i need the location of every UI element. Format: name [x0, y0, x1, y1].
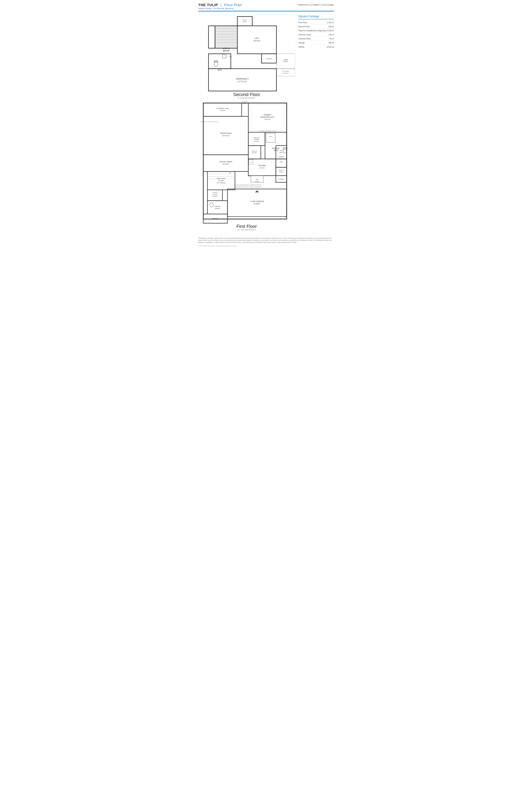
- svg-text:CLOSET: CLOSET: [254, 139, 260, 140]
- floor-plans: MECH SPACE LOFT 20'2"X13' OPEN TO BELOW: [198, 15, 295, 231]
- svg-text:OPTIONAL COFFERED CEILING: OPTIONAL COFFERED CEILING: [259, 130, 276, 132]
- svg-text:5'4"X5': 5'4"X5': [254, 141, 259, 142]
- svg-text:OPTIONAL: OPTIONAL: [242, 101, 248, 102]
- svg-text:REF: REF: [256, 178, 258, 180]
- sq-footage-row: Covered Entry81 sf: [298, 37, 334, 41]
- svg-text:WALK-IN: WALK-IN: [252, 150, 257, 152]
- sq-footage-row: Second Floor620 sf: [298, 25, 334, 29]
- svg-rect-64: [203, 155, 248, 171]
- svg-text:DW: DW: [250, 162, 252, 163]
- svg-text:16'1"X14': 16'1"X14': [264, 118, 271, 120]
- disclaimer: Photographs, renderings, and floor plans…: [193, 234, 339, 245]
- sq-value: 456 sf: [328, 42, 334, 44]
- first-floor-plan: COVERED LANAI 17'9"X9' OPTIONAL DOOR PRI…: [198, 100, 295, 225]
- svg-text:20'2"X13': 20'2"X13': [253, 40, 260, 42]
- sq-value: 2,727 sf: [327, 46, 334, 48]
- svg-text:2-CAR GARAGE: 2-CAR GARAGE: [250, 201, 264, 202]
- svg-rect-28: [223, 55, 226, 58]
- header-left: THE TULIP | Floor Plan TRADITIONAL EXTER…: [198, 3, 242, 10]
- sq-value: 620 sf: [328, 25, 334, 28]
- sq-value: 81 sf: [329, 38, 334, 40]
- sq-value: 2,035 sf: [327, 30, 334, 32]
- sq-label: Total Air Conditioned Living Area: [298, 30, 326, 32]
- svg-rect-105: [227, 189, 287, 217]
- svg-text:BELOW: BELOW: [223, 50, 229, 52]
- sq-value: 1,415 sf: [327, 21, 334, 24]
- svg-text:DN: DN: [248, 175, 250, 177]
- svg-text:16'9"X16'4": 16'9"X16'4": [222, 135, 230, 136]
- svg-text:LAUNDRY: LAUNDRY: [278, 156, 284, 157]
- svg-text:STEPS FROM HOME TO GARAGE/ POR: STEPS FROM HOME TO GARAGE/ PORCH/: [235, 184, 261, 186]
- svg-text:SHWR: SHWR: [269, 136, 272, 137]
- main-content: MECH SPACE LOFT 20'2"X13' OPEN TO BELOW: [193, 12, 339, 234]
- svg-rect-59: [266, 133, 275, 142]
- svg-text:PANTRY: PANTRY: [252, 152, 257, 154]
- svg-text:MECH: MECH: [243, 19, 247, 21]
- svg-rect-15: [208, 26, 215, 48]
- first-floor-label: First Floor 10' CEILING HEIGHT: [198, 224, 295, 231]
- svg-rect-93: [207, 201, 227, 214]
- sq-value: 155 sf: [328, 34, 334, 36]
- svg-text:PRIMARY: PRIMARY: [264, 114, 271, 116]
- svg-text:BEDROOM SUITE: BEDROOM SUITE: [261, 116, 274, 118]
- header-specs: 2 Bedrooms | 2½ Baths | 2-Car Garage: [297, 3, 334, 6]
- svg-text:ROOM: ROOM: [215, 208, 220, 209]
- pipe-separator: |: [221, 3, 222, 7]
- svg-text:CLOSET: CLOSET: [212, 192, 217, 193]
- svg-text:SPACE: SPACE: [283, 61, 288, 62]
- subtitle: TRADITIONAL EXTERIOR DESIGN: [198, 8, 242, 10]
- svg-text:21'X20'4": 21'X20'4": [253, 203, 261, 205]
- svg-text:CASUAL DINING: CASUAL DINING: [220, 161, 232, 163]
- svg-marker-109: [255, 190, 259, 192]
- svg-text:PATIO MAY VARY DUE TO SITE CON: PATIO MAY VARY DUE TO SITE CONDITIONS.: [235, 186, 262, 188]
- floor-plan-label: Floor Plan: [224, 3, 242, 7]
- svg-text:CEILING: CEILING: [212, 196, 217, 197]
- svg-text:GREAT ROOM: GREAT ROOM: [220, 132, 231, 134]
- svg-rect-112: [203, 103, 287, 219]
- svg-rect-3: [237, 26, 276, 54]
- svg-text:WALK-IN: WALK-IN: [254, 137, 260, 138]
- svg-text:UP →: UP →: [229, 172, 233, 174]
- svg-rect-72: [276, 159, 287, 167]
- sq-label: Garage: [298, 42, 305, 44]
- sq-footage-row: Total Air Conditioned Living Area2,035 s…: [298, 29, 334, 33]
- first-floor-ceiling: 10' CEILING HEIGHT: [198, 229, 295, 231]
- svg-text:16'9"X8'9": 16'9"X8'9": [223, 163, 229, 165]
- svg-text:KITCHEN: KITCHEN: [259, 165, 266, 166]
- svg-text:WALK-IN: WALK-IN: [279, 169, 284, 171]
- svg-text:W/D: W/D: [280, 150, 282, 151]
- svg-text:CLOSET: CLOSET: [279, 171, 284, 173]
- svg-text:SPACE: SPACE: [279, 152, 283, 153]
- svg-text:COVERED LANAI: COVERED LANAI: [216, 107, 229, 109]
- svg-text:SPACE: SPACE: [243, 21, 247, 22]
- svg-text:BEDROOM 2: BEDROOM 2: [236, 78, 248, 80]
- sq-footage-row: Covered Lanai155 sf: [298, 33, 334, 37]
- second-floor-plan: MECH SPACE LOFT 20'2"X13' OPEN TO BELOW: [198, 15, 295, 94]
- svg-text:WORK: WORK: [284, 59, 288, 60]
- sq-label: Covered Entry: [298, 38, 311, 40]
- sq-label: Covered Lanai: [298, 34, 311, 36]
- title-line: THE TULIP | Floor Plan: [198, 3, 242, 7]
- svg-text:LOFT: LOFT: [254, 37, 259, 39]
- header: THE TULIP | Floor Plan TRADITIONAL EXTER…: [193, 0, 339, 11]
- sq-footage-row: TOTAL2,727 sf: [298, 45, 334, 49]
- svg-text:11'7"X11'2": 11'7"X11'2": [238, 80, 247, 82]
- second-floor-ceiling: 9' CEILING HEIGHT: [198, 97, 295, 99]
- svg-text:SLOPED: SLOPED: [212, 194, 217, 195]
- svg-text:BATH: BATH: [217, 69, 222, 71]
- svg-text:17'4"X9': 17'4"X9': [259, 167, 265, 169]
- sq-label: First Floor: [298, 21, 307, 24]
- svg-text:CABINETS: CABINETS: [282, 72, 289, 74]
- svg-text:17'9"X9': 17'9"X9': [220, 110, 225, 111]
- square-footage-panel: Square Footage First Floor1,415 sfSecond…: [298, 15, 334, 231]
- sq-label: TOTAL: [298, 46, 305, 48]
- svg-text:PWDER: PWDER: [215, 206, 220, 207]
- svg-text:OPTIONAL: OPTIONAL: [282, 71, 289, 72]
- svg-text:20'7" CEILING: 20'7" CEILING: [217, 182, 226, 184]
- svg-text:FOYER: FOYER: [218, 180, 224, 181]
- footer-copy: ©TB PROPRIETARY CORP. | 100620 | FL-MAST…: [193, 245, 339, 248]
- sq-footage-row: Garage456 sf: [298, 41, 334, 45]
- svg-text:SPACE: SPACE: [255, 181, 259, 182]
- sq-footage-row: First Floor1,415 sf: [298, 21, 334, 25]
- brand-name: THE TULIP: [198, 3, 218, 7]
